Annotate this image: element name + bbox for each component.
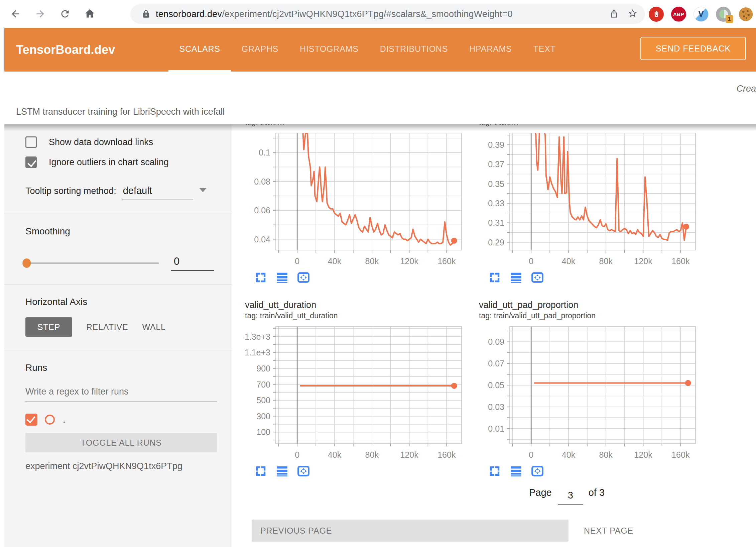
fit-domain-icon[interactable]: [297, 465, 310, 477]
svg-text:0.37: 0.37: [488, 159, 504, 169]
tooltip-sorting-row: Tooltip sorting method: default: [25, 185, 217, 200]
back-icon[interactable]: [6, 5, 25, 23]
chart-toolbar: [479, 270, 706, 285]
line-chart[interactable]: 040k80k120k160k0.040.060.080.1: [245, 131, 472, 269]
line-chart[interactable]: 040k80k120k160k1003005007009001.1e+31.3e…: [245, 325, 472, 462]
run-checkbox[interactable]: [25, 414, 37, 426]
tab-text[interactable]: TEXT: [523, 28, 566, 72]
svg-text:40k: 40k: [562, 256, 576, 266]
smoothing-label: Smoothing: [25, 226, 217, 237]
log-scale-icon[interactable]: [276, 465, 288, 477]
smoothing-section: Smoothing 0: [4, 214, 232, 285]
svg-text:120k: 120k: [634, 450, 652, 459]
fit-domain-icon[interactable]: [531, 465, 544, 477]
url-domain: tensorboard.dev: [156, 9, 222, 19]
tab-histograms[interactable]: HISTOGRAMS: [289, 28, 369, 72]
fullscreen-icon[interactable]: [254, 465, 267, 477]
ignore-outliers-checkbox[interactable]: [25, 156, 37, 168]
svg-text:0.39: 0.39: [488, 140, 504, 149]
stop-hand-extension-icon[interactable]: [649, 7, 664, 22]
chart-toolbar: [245, 270, 472, 285]
chart-card: tag: train/… 040k80k120k160k0.040.060.08…: [238, 124, 472, 285]
runs-label: Runs: [25, 362, 217, 373]
home-icon[interactable]: [80, 5, 99, 23]
previous-page-button[interactable]: PREVIOUS PAGE: [252, 520, 569, 542]
svg-text:80k: 80k: [599, 256, 613, 266]
smoothing-value-input[interactable]: 0: [171, 255, 214, 271]
bookmark-star-icon[interactable]: [628, 8, 638, 20]
fullscreen-icon[interactable]: [488, 465, 501, 477]
show-download-links-row[interactable]: Show data download links: [25, 136, 217, 148]
chart-tag: tag: train/…: [245, 124, 472, 128]
app-logo[interactable]: TensorBoard.dev: [16, 43, 115, 57]
address-bar[interactable]: tensorboard.dev/experiment/cj2vtPiwQHKN9…: [130, 4, 645, 24]
tab-scalars[interactable]: SCALARS: [168, 28, 231, 72]
svg-text:120k: 120k: [634, 256, 652, 266]
settings-sidebar: Show data download links Ignore outliers…: [4, 124, 232, 547]
smoothing-slider[interactable]: [25, 262, 159, 264]
svg-text:40k: 40k: [562, 450, 576, 459]
svg-text:0.33: 0.33: [488, 199, 504, 208]
privacy-extension-icon[interactable]: 1: [716, 7, 731, 22]
show-download-links-checkbox[interactable]: [25, 136, 37, 148]
send-feedback-button[interactable]: SEND FEEDBACK: [640, 37, 746, 60]
svg-text:0.03: 0.03: [488, 402, 504, 412]
chart-toolbar: [245, 464, 472, 478]
axis-wall-button[interactable]: WALL: [142, 322, 165, 332]
log-scale-icon[interactable]: [510, 465, 522, 477]
toggle-all-runs-button[interactable]: TOGGLE ALL RUNS: [25, 433, 217, 452]
lock-icon[interactable]: [137, 10, 156, 18]
share-icon[interactable]: [609, 8, 619, 20]
ignore-outliers-row[interactable]: Ignore outliers in chart scaling: [25, 156, 217, 168]
tab-distributions[interactable]: DISTRIBUTIONS: [369, 28, 459, 72]
screen: tensorboard.dev/experiment/cj2vtPiwQHKN9…: [0, 0, 756, 547]
chart-toolbar: [479, 464, 706, 478]
svg-text:0.04: 0.04: [254, 235, 270, 244]
tooltip-sorting-select[interactable]: default: [122, 185, 193, 200]
svg-text:900: 900: [256, 364, 270, 373]
chart-title: valid_utt_pad_proportion: [479, 300, 706, 311]
log-scale-icon[interactable]: [510, 271, 522, 284]
svg-text:80k: 80k: [599, 450, 613, 459]
run-row[interactable]: .: [25, 414, 217, 426]
runs-filter-input[interactable]: [25, 387, 217, 402]
svg-text:500: 500: [256, 396, 270, 405]
cookie-extension-icon[interactable]: [738, 7, 753, 22]
chevron-down-icon: [199, 188, 207, 192]
svg-text:0.09: 0.09: [488, 337, 504, 346]
line-chart[interactable]: 040k80k120k160k0.290.310.330.350.370.39: [479, 131, 706, 269]
created-text-fragment: Crea: [736, 84, 756, 94]
next-page-button[interactable]: NEXT PAGE: [584, 526, 633, 536]
fit-domain-icon[interactable]: [297, 271, 310, 284]
line-chart[interactable]: 040k80k120k160k0.010.030.050.070.09: [479, 325, 706, 462]
reload-icon[interactable]: [55, 5, 74, 23]
page-of-label: of 3: [589, 487, 605, 498]
main-nav: SCALARS GRAPHS HISTOGRAMS DISTRIBUTIONS …: [168, 28, 566, 72]
svg-text:700: 700: [256, 380, 270, 389]
axis-step-button[interactable]: STEP: [25, 317, 72, 337]
tab-graphs[interactable]: GRAPHS: [231, 28, 289, 72]
svg-text:0.29: 0.29: [488, 238, 504, 247]
charts-area: tag: train/… 040k80k120k160k0.040.060.08…: [232, 124, 756, 547]
page-number-input[interactable]: 3: [558, 490, 583, 505]
svg-text:0: 0: [529, 256, 533, 266]
forward-icon[interactable]: [31, 5, 49, 23]
chart-card: valid_utt_pad_proportion tag: train/vali…: [472, 300, 706, 478]
adblock-plus-extension-icon[interactable]: ABP: [671, 7, 686, 22]
tab-hparams[interactable]: HPARAMS: [459, 28, 522, 72]
fullscreen-icon[interactable]: [254, 271, 267, 284]
smoothing-slider-thumb[interactable]: [22, 258, 31, 268]
svg-text:80k: 80k: [365, 450, 379, 459]
svg-text:40k: 40k: [328, 450, 342, 459]
svg-text:120k: 120k: [400, 256, 418, 266]
log-scale-icon[interactable]: [276, 271, 288, 284]
fit-domain-icon[interactable]: [531, 271, 544, 284]
url-path: /experiment/cj2vtPiwQHKN9Q1tx6PTpg/#scal…: [222, 9, 513, 19]
fullscreen-icon[interactable]: [488, 271, 501, 284]
url-text: tensorboard.dev/experiment/cj2vtPiwQHKN9…: [156, 9, 513, 19]
v-extension-icon[interactable]: V: [694, 7, 709, 22]
svg-text:300: 300: [256, 412, 270, 421]
experiment-name: experiment cj2vtPiwQHKN9Q1tx6PTpg: [25, 461, 217, 471]
axis-relative-button[interactable]: RELATIVE: [86, 322, 128, 332]
svg-text:1.1e+3: 1.1e+3: [245, 348, 270, 357]
